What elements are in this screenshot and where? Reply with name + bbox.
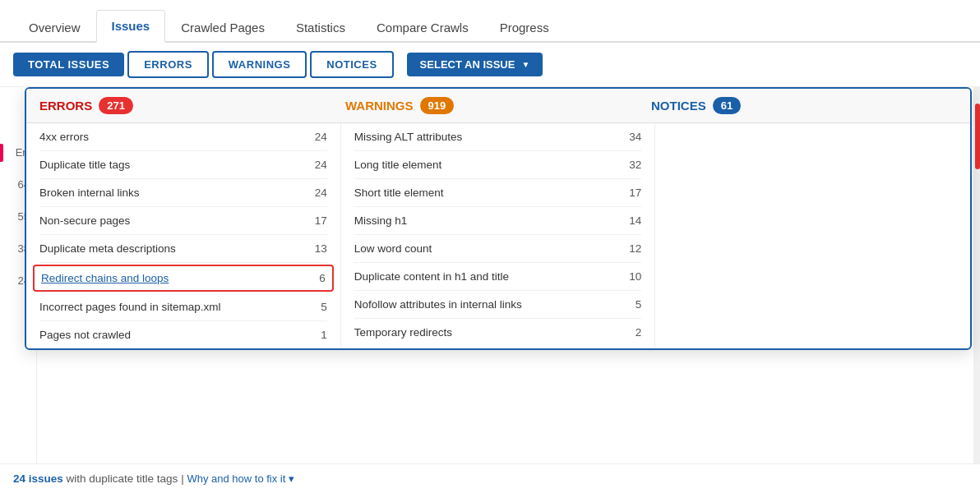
- errors-filter-button[interactable]: ERRORS: [127, 51, 209, 78]
- scroll-thumb: [975, 104, 980, 169]
- status-description: with duplicate title tags: [63, 472, 178, 485]
- red-bar-indicator: [0, 144, 3, 162]
- list-item[interactable]: 4xx errors 24: [39, 123, 327, 151]
- status-separator: |: [178, 472, 187, 485]
- chevron-down-icon: ▾: [289, 472, 294, 485]
- warnings-badge: 919: [420, 97, 455, 114]
- tab-compare-crawls[interactable]: Compare Crawls: [361, 12, 484, 43]
- list-item[interactable]: Incorrect pages found in sitemap.xml 5: [39, 293, 327, 321]
- notices-column: [655, 123, 970, 348]
- tab-statistics[interactable]: Statistics: [280, 12, 361, 43]
- list-item[interactable]: Missing ALT attributes 34: [354, 123, 642, 151]
- list-item[interactable]: Long title element 32: [354, 151, 642, 179]
- notices-filter-button[interactable]: NOTICES: [310, 51, 393, 78]
- issues-dropdown: ERRORS 271 WARNINGS 919 NOTICES 61 4xx e…: [25, 87, 972, 350]
- errors-badge: 271: [99, 97, 133, 114]
- errors-header-cell: ERRORS 271: [39, 97, 345, 114]
- tab-overview[interactable]: Overview: [13, 12, 96, 43]
- notices-section-title: NOTICES: [651, 99, 706, 113]
- list-item[interactable]: Duplicate content in h1 and title 10: [354, 263, 642, 291]
- errors-column: 4xx errors 24 Duplicate title tags 24 Br…: [26, 123, 341, 348]
- list-item[interactable]: Non-secure pages 17: [39, 207, 327, 235]
- list-item[interactable]: Short title element 17: [354, 179, 642, 207]
- list-item[interactable]: Pages not crawled 1: [39, 321, 327, 348]
- list-item[interactable]: Duplicate title tags 24: [39, 151, 327, 179]
- chevron-down-icon: ▼: [521, 60, 529, 69]
- fix-link[interactable]: Why and how to fix it ▾: [187, 472, 294, 485]
- list-item[interactable]: Broken internal links 24: [39, 179, 327, 207]
- dropdown-table: 4xx errors 24 Duplicate title tags 24 Br…: [26, 123, 970, 348]
- warnings-column: Missing ALT attributes 34 Long title ele…: [341, 123, 656, 348]
- total-issues-button[interactable]: TOTAL ISSUES: [13, 53, 124, 76]
- warnings-filter-button[interactable]: WARNINGS: [212, 51, 307, 78]
- tab-crawled-pages[interactable]: Crawled Pages: [165, 12, 280, 43]
- list-item[interactable]: Duplicate meta descriptions 13: [39, 235, 327, 263]
- warnings-header-cell: WARNINGS 919: [345, 97, 651, 114]
- dropdown-header: ERRORS 271 WARNINGS 919 NOTICES 61: [26, 89, 970, 123]
- errors-section-title: ERRORS: [39, 99, 92, 113]
- top-navigation: Overview Issues Crawled Pages Statistics…: [0, 0, 980, 43]
- list-item[interactable]: Low word count 12: [354, 235, 642, 263]
- filter-bar: TOTAL ISSUES ERRORS WARNINGS NOTICES SEL…: [0, 43, 980, 87]
- issues-link[interactable]: 24 issues: [13, 472, 63, 485]
- list-item[interactable]: Nofollow attributes in internal links 5: [354, 291, 642, 319]
- redirect-chains-item[interactable]: Redirect chains and loops 6: [33, 265, 334, 292]
- tab-issues[interactable]: Issues: [96, 10, 166, 43]
- list-item[interactable]: Temporary redirects 2: [354, 319, 642, 346]
- status-bar: 24 issues with duplicate title tags | Wh…: [0, 463, 980, 493]
- warnings-section-title: WARNINGS: [345, 99, 414, 113]
- scrollbar[interactable]: [973, 87, 980, 463]
- main-content: Err 64 55 38 24 ERRORS 271: [0, 87, 980, 463]
- notices-badge: 61: [713, 97, 741, 114]
- tab-progress[interactable]: Progress: [484, 12, 565, 43]
- list-item[interactable]: Missing h1 14: [354, 207, 642, 235]
- select-issue-button[interactable]: SELECT AN ISSUE ▼: [407, 53, 543, 76]
- notices-header-cell: NOTICES 61: [651, 97, 957, 114]
